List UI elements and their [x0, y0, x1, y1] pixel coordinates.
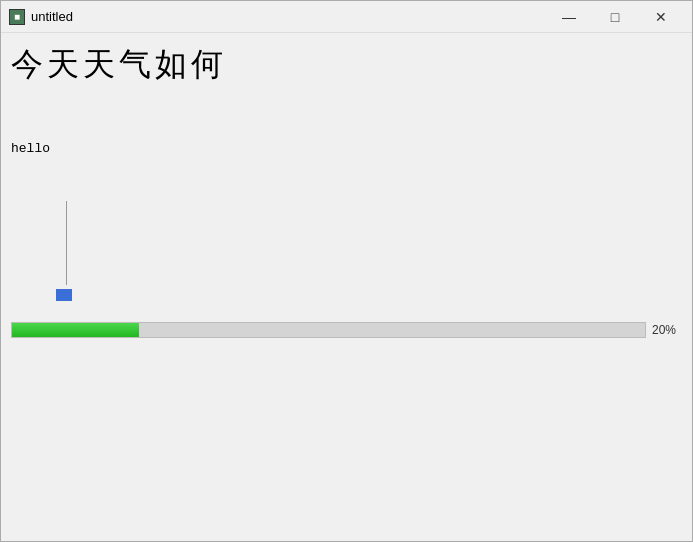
- window-controls: — □ ✕: [546, 1, 684, 33]
- progress-bar-fill: [12, 323, 139, 337]
- app-icon: ■: [9, 9, 25, 25]
- content-area: 今天天气如何 hello 20%: [1, 33, 692, 541]
- progress-label: 20%: [652, 323, 682, 337]
- blue-indicator: [56, 289, 72, 301]
- progress-bar-track: [11, 322, 646, 338]
- minimize-button[interactable]: —: [546, 1, 592, 33]
- chinese-text: 今天天气如何: [11, 43, 227, 87]
- hello-text: hello: [11, 141, 50, 156]
- close-button[interactable]: ✕: [638, 1, 684, 33]
- title-bar: ■ untitled — □ ✕: [1, 1, 692, 33]
- vertical-line: [66, 201, 67, 285]
- maximize-button[interactable]: □: [592, 1, 638, 33]
- window-title: untitled: [31, 9, 546, 24]
- app-window: ■ untitled — □ ✕ 今天天气如何 hello 20%: [0, 0, 693, 542]
- progress-bar-container: 20%: [11, 321, 682, 339]
